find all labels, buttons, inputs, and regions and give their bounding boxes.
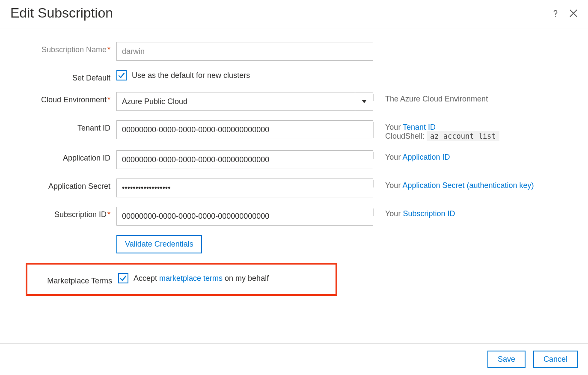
validate-credentials-button[interactable]: Validate Credentials xyxy=(116,235,202,253)
marketplace-terms-link[interactable]: marketplace terms xyxy=(159,274,223,283)
header-icons xyxy=(549,7,579,19)
tenant-id-link[interactable]: Tenant ID xyxy=(403,123,436,131)
cloud-environment-label: Cloud Environment xyxy=(9,92,116,104)
row-subscription-id: Subscription ID Your Subscription ID xyxy=(9,207,579,226)
application-id-help: Your Application ID xyxy=(373,150,579,162)
dialog-content: Subscription Name Set Default Use as the… xyxy=(0,29,588,343)
row-cloud-environment: Cloud Environment Azure Public Cloud The… xyxy=(9,92,579,111)
subscription-name-label: Subscription Name xyxy=(9,42,116,54)
row-validate: Validate Credentials xyxy=(9,235,579,253)
cancel-button[interactable]: Cancel xyxy=(533,351,578,368)
set-default-label: Set Default xyxy=(9,70,116,83)
cloudshell-code: az account list xyxy=(427,131,499,141)
subscription-id-link[interactable]: Subscription ID xyxy=(403,209,455,218)
marketplace-terms-checkbox[interactable] xyxy=(118,273,128,283)
row-tenant-id: Tenant ID Your Tenant ID CloudShell: az … xyxy=(9,120,579,141)
tenant-id-label: Tenant ID xyxy=(9,120,116,133)
cloud-environment-select[interactable]: Azure Public Cloud xyxy=(116,92,373,111)
edit-subscription-dialog: Edit Subscription Subscription Name xyxy=(0,0,588,375)
row-application-id: Application ID Your Application ID xyxy=(9,150,579,169)
marketplace-terms-text: Accept marketplace terms on my behalf xyxy=(134,274,269,283)
row-application-secret: Application Secret Your Application Secr… xyxy=(9,179,579,197)
application-secret-help: Your Application Secret (authentication … xyxy=(373,179,579,190)
application-id-input[interactable] xyxy=(116,150,373,169)
application-id-label: Application ID xyxy=(9,150,116,163)
dialog-title: Edit Subscription xyxy=(10,5,113,21)
application-id-link[interactable]: Application ID xyxy=(402,153,450,161)
subscription-id-help: Your Subscription ID xyxy=(373,207,579,218)
tenant-id-input[interactable] xyxy=(116,120,373,139)
cloud-environment-value: Azure Public Cloud xyxy=(117,92,355,110)
set-default-checkbox[interactable] xyxy=(116,70,127,80)
application-secret-label: Application Secret xyxy=(9,179,116,191)
close-icon[interactable] xyxy=(567,7,579,19)
cloud-environment-help: The Azure Cloud Environment xyxy=(373,92,579,104)
svg-point-0 xyxy=(555,16,556,17)
dialog-footer: Save Cancel xyxy=(0,343,588,375)
tenant-id-help: Your Tenant ID CloudShell: az account li… xyxy=(373,120,579,141)
dialog-header: Edit Subscription xyxy=(0,0,588,29)
subscription-id-label: Subscription ID xyxy=(9,207,116,219)
help-icon[interactable] xyxy=(549,7,561,19)
row-marketplace-terms: Marketplace Terms Accept marketplace ter… xyxy=(27,273,331,286)
marketplace-terms-label: Marketplace Terms xyxy=(27,273,118,286)
chevron-down-icon xyxy=(355,92,373,110)
svg-marker-3 xyxy=(362,100,367,103)
row-subscription-name: Subscription Name xyxy=(9,42,579,61)
row-set-default: Set Default Use as the default for new c… xyxy=(9,70,579,83)
subscription-id-input[interactable] xyxy=(116,207,373,226)
application-secret-link[interactable]: Application Secret (authentication key) xyxy=(402,181,534,190)
save-button[interactable]: Save xyxy=(487,351,526,368)
marketplace-terms-highlight: Marketplace Terms Accept marketplace ter… xyxy=(26,263,337,296)
subscription-name-input[interactable] xyxy=(116,42,373,61)
application-secret-input[interactable] xyxy=(116,179,373,197)
set-default-text: Use as the default for new clusters xyxy=(132,71,250,80)
